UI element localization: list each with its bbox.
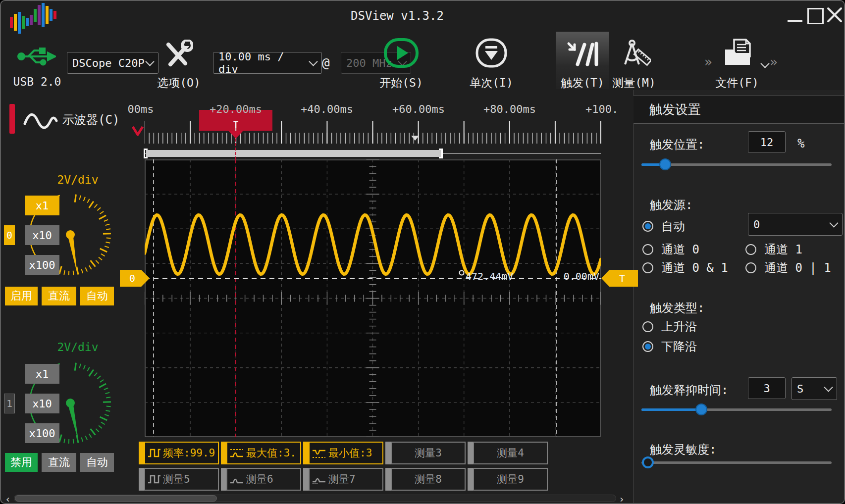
trigger-handle-pointer[interactable] xyxy=(228,131,243,139)
measure-slot-8[interactable]: 测量7 xyxy=(303,468,383,491)
measure-accent-tab xyxy=(468,442,473,464)
min-value-icon xyxy=(312,448,326,458)
radio-icon[interactable] xyxy=(642,341,653,352)
measure-accent-tab xyxy=(139,442,144,464)
ch0-coupling-button[interactable]: 直流 xyxy=(42,287,76,305)
ch0-probe-x1-button[interactable]: x1 xyxy=(25,196,59,215)
ch1-mode-button[interactable]: 自动 xyxy=(80,453,114,472)
hscroll-right-arrow[interactable]: › xyxy=(619,493,625,504)
trigger-type-rising-option[interactable]: 上升沿 xyxy=(642,319,697,335)
ch0-probe-x100-button[interactable]: x100 xyxy=(25,255,59,275)
trigger-source-ch0and1-option[interactable]: 通道 0 & 1 xyxy=(642,260,728,276)
start-button[interactable]: 开始(S) xyxy=(373,75,429,91)
measure-label: 测量6 xyxy=(246,472,273,486)
radio-icon[interactable] xyxy=(642,321,653,332)
scope-tab-label[interactable]: 示波器(C) xyxy=(62,112,119,128)
trigger-holdoff-input[interactable] xyxy=(748,377,786,399)
ch0-mode-button[interactable]: 自动 xyxy=(80,287,114,305)
trigger-source-ch0or1-option[interactable]: 通道 0 | 1 xyxy=(745,260,831,276)
start-icon[interactable] xyxy=(383,38,419,68)
ch0-vdiv-label: 2V/div xyxy=(51,173,105,186)
trigger-button[interactable]: 触发(T) xyxy=(555,75,610,91)
trigger-holdoff-unit-select[interactable]: S xyxy=(792,377,837,400)
trigger-sensitivity-slider-handle[interactable] xyxy=(642,456,654,468)
device-select[interactable]: DSCope C20P xyxy=(67,52,158,74)
ch1-enable-button[interactable]: 禁用 xyxy=(5,453,38,472)
measure-accent-tab xyxy=(468,468,473,491)
radio-icon[interactable] xyxy=(642,244,653,255)
scope-dock-handle[interactable] xyxy=(9,104,15,134)
single-capture-icon[interactable] xyxy=(475,38,508,68)
trigger-sensitivity-slider[interactable] xyxy=(641,461,832,464)
radio-label: 上升沿 xyxy=(661,319,697,335)
ch1-coupling-button[interactable]: 直流 xyxy=(42,453,76,472)
collapse-chevron-icon[interactable] xyxy=(131,125,146,138)
hscroll-left-arrow[interactable]: ‹ xyxy=(5,493,11,504)
trigger-holdoff-slider-handle[interactable] xyxy=(695,403,707,415)
ch0-probe-x10-button[interactable]: x10 xyxy=(25,225,59,245)
square-wave-icon xyxy=(147,448,161,458)
trigger-level-flag[interactable]: T xyxy=(601,270,638,287)
usb-version-label: USB 2.0 xyxy=(11,75,63,88)
usb-icon xyxy=(17,43,56,69)
time-ruler[interactable] xyxy=(145,120,602,144)
ch0-enable-button[interactable]: 启用 xyxy=(5,287,38,305)
max-value-icon xyxy=(229,448,244,458)
ch1-dock-tab[interactable]: 1 xyxy=(4,394,15,413)
timebase-select[interactable]: 10.00 ms / div xyxy=(213,52,322,74)
trigger-icon[interactable] xyxy=(566,40,599,68)
trigger-position-slider-handle[interactable] xyxy=(659,158,671,170)
trigger-source-channel-select[interactable]: 0 xyxy=(748,213,843,236)
maximize-button[interactable] xyxy=(807,8,824,24)
close-button[interactable] xyxy=(826,6,843,23)
measure-accent-tab xyxy=(303,468,309,491)
cursor-value-label: 472.44mV xyxy=(466,270,513,282)
trigger-source-auto-option[interactable]: 自动 xyxy=(642,218,685,234)
measure-slot-5[interactable]: 测量4 xyxy=(468,442,548,464)
trigger-holdoff-slider-fill xyxy=(641,408,701,411)
file-button[interactable]: 文件(F) xyxy=(709,75,765,91)
view-range-bar[interactable] xyxy=(146,150,441,157)
ch1-vdiv-label: 2V/div xyxy=(51,341,105,353)
measure-slot-3[interactable]: 最小值:3 xyxy=(303,442,383,464)
trigger-position-input[interactable] xyxy=(748,131,786,153)
radio-icon[interactable] xyxy=(745,244,756,255)
measure-slot-6[interactable]: 测量5 xyxy=(139,468,219,491)
measure-slot-1[interactable]: 频率:99.9 xyxy=(139,442,219,464)
trigger-position-label: 触发位置: xyxy=(650,137,704,152)
hscroll-handle[interactable] xyxy=(15,495,217,502)
trigger-source-ch0-option[interactable]: 通道 0 xyxy=(642,242,699,257)
measure-slot-7[interactable]: 测量6 xyxy=(221,468,301,491)
ruler-label-20: +20.00ms xyxy=(186,103,285,115)
minimize-button[interactable] xyxy=(788,20,802,22)
window-title: DSView v1.3.2 xyxy=(268,9,526,23)
trigger-type-falling-option[interactable]: 下降沿 xyxy=(642,339,697,354)
waveform-canvas[interactable] xyxy=(145,159,601,437)
trigger-source-ch1-option[interactable]: 通道 1 xyxy=(745,242,802,257)
ch1-probe-x10-button[interactable]: x10 xyxy=(25,394,59,413)
radio-icon[interactable] xyxy=(642,221,653,232)
measure-slot-9[interactable]: 测量8 xyxy=(385,468,466,491)
ch0-dock-tab[interactable]: 0 xyxy=(4,225,15,245)
trigger-handle-label[interactable]: T xyxy=(230,120,242,130)
measure-label: 最大值:3. xyxy=(246,446,296,460)
view-range-left-bracket[interactable] xyxy=(144,149,148,158)
radio-label: 通道 0 | 1 xyxy=(764,260,831,276)
single-button[interactable]: 单次(I) xyxy=(464,75,519,91)
ruler-label-60: +60.00ms xyxy=(369,103,468,115)
file-menu-chevron-icon[interactable] xyxy=(760,59,769,68)
view-range-right-bracket[interactable] xyxy=(439,149,443,158)
file-icon[interactable] xyxy=(722,38,754,68)
app-logo xyxy=(8,3,57,34)
options-button[interactable]: 选项(O) xyxy=(152,75,206,91)
ch1-probe-x1-button[interactable]: x1 xyxy=(25,364,59,384)
measure-slot-10[interactable]: 测量9 xyxy=(468,468,548,491)
radio-icon[interactable] xyxy=(642,262,653,273)
measure-slot-2[interactable]: 最大值:3. xyxy=(221,442,301,464)
measure-button[interactable]: 测量(M) xyxy=(606,75,662,91)
measure-slot-4[interactable]: 测量3 xyxy=(385,442,466,464)
radio-icon[interactable] xyxy=(745,262,756,273)
options-icon[interactable] xyxy=(163,40,193,69)
ch1-probe-x100-button[interactable]: x100 xyxy=(25,423,59,443)
measure-icon[interactable] xyxy=(619,39,651,69)
